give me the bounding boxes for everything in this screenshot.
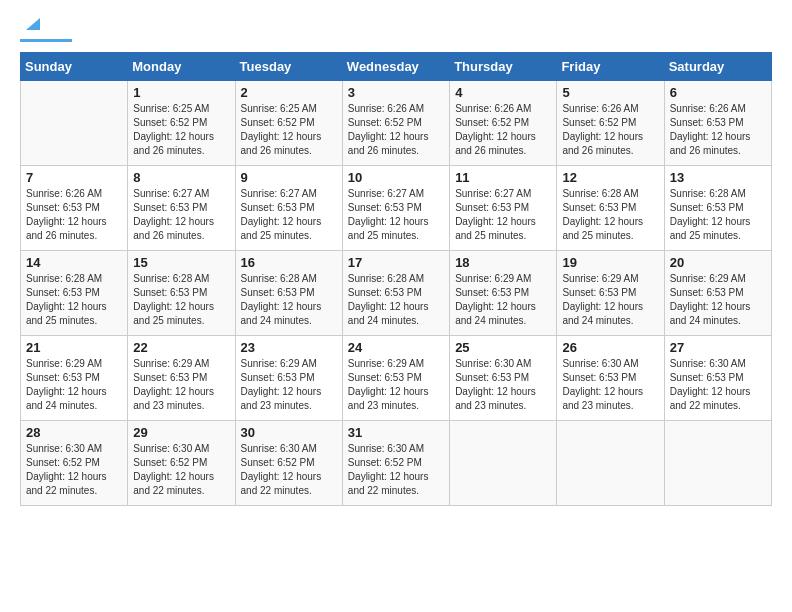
day-number: 4: [455, 85, 551, 100]
day-info: Sunrise: 6:27 AM Sunset: 6:53 PM Dayligh…: [133, 187, 229, 243]
day-info: Sunrise: 6:30 AM Sunset: 6:53 PM Dayligh…: [670, 357, 766, 413]
day-info: Sunrise: 6:30 AM Sunset: 6:52 PM Dayligh…: [133, 442, 229, 498]
day-number: 10: [348, 170, 444, 185]
day-number: 19: [562, 255, 658, 270]
logo-underline: [20, 39, 72, 42]
day-number: 30: [241, 425, 337, 440]
calendar-cell: 17Sunrise: 6:28 AM Sunset: 6:53 PM Dayli…: [342, 251, 449, 336]
svg-marker-0: [26, 18, 40, 30]
calendar-cell: 19Sunrise: 6:29 AM Sunset: 6:53 PM Dayli…: [557, 251, 664, 336]
logo: [20, 20, 72, 42]
calendar-week-3: 14Sunrise: 6:28 AM Sunset: 6:53 PM Dayli…: [21, 251, 772, 336]
calendar-cell: 4Sunrise: 6:26 AM Sunset: 6:52 PM Daylig…: [450, 81, 557, 166]
day-info: Sunrise: 6:28 AM Sunset: 6:53 PM Dayligh…: [562, 187, 658, 243]
calendar-cell: 14Sunrise: 6:28 AM Sunset: 6:53 PM Dayli…: [21, 251, 128, 336]
calendar-cell: 25Sunrise: 6:30 AM Sunset: 6:53 PM Dayli…: [450, 336, 557, 421]
calendar-cell: 9Sunrise: 6:27 AM Sunset: 6:53 PM Daylig…: [235, 166, 342, 251]
day-number: 7: [26, 170, 122, 185]
header-wednesday: Wednesday: [342, 53, 449, 81]
day-info: Sunrise: 6:26 AM Sunset: 6:53 PM Dayligh…: [670, 102, 766, 158]
day-number: 20: [670, 255, 766, 270]
day-number: 16: [241, 255, 337, 270]
header-friday: Friday: [557, 53, 664, 81]
calendar-week-4: 21Sunrise: 6:29 AM Sunset: 6:53 PM Dayli…: [21, 336, 772, 421]
calendar-week-5: 28Sunrise: 6:30 AM Sunset: 6:52 PM Dayli…: [21, 421, 772, 506]
calendar-week-1: 1Sunrise: 6:25 AM Sunset: 6:52 PM Daylig…: [21, 81, 772, 166]
day-number: 3: [348, 85, 444, 100]
day-number: 12: [562, 170, 658, 185]
day-number: 31: [348, 425, 444, 440]
calendar-cell: 7Sunrise: 6:26 AM Sunset: 6:53 PM Daylig…: [21, 166, 128, 251]
day-number: 18: [455, 255, 551, 270]
header-saturday: Saturday: [664, 53, 771, 81]
calendar-cell: 26Sunrise: 6:30 AM Sunset: 6:53 PM Dayli…: [557, 336, 664, 421]
calendar-cell: 3Sunrise: 6:26 AM Sunset: 6:52 PM Daylig…: [342, 81, 449, 166]
calendar-week-2: 7Sunrise: 6:26 AM Sunset: 6:53 PM Daylig…: [21, 166, 772, 251]
calendar-cell: 22Sunrise: 6:29 AM Sunset: 6:53 PM Dayli…: [128, 336, 235, 421]
day-number: 15: [133, 255, 229, 270]
day-info: Sunrise: 6:30 AM Sunset: 6:53 PM Dayligh…: [455, 357, 551, 413]
header-tuesday: Tuesday: [235, 53, 342, 81]
calendar-cell: 1Sunrise: 6:25 AM Sunset: 6:52 PM Daylig…: [128, 81, 235, 166]
logo-icon: [22, 12, 44, 34]
day-info: Sunrise: 6:29 AM Sunset: 6:53 PM Dayligh…: [670, 272, 766, 328]
calendar-cell: 27Sunrise: 6:30 AM Sunset: 6:53 PM Dayli…: [664, 336, 771, 421]
calendar-cell: 12Sunrise: 6:28 AM Sunset: 6:53 PM Dayli…: [557, 166, 664, 251]
day-number: 14: [26, 255, 122, 270]
day-info: Sunrise: 6:28 AM Sunset: 6:53 PM Dayligh…: [133, 272, 229, 328]
day-info: Sunrise: 6:28 AM Sunset: 6:53 PM Dayligh…: [241, 272, 337, 328]
day-info: Sunrise: 6:28 AM Sunset: 6:53 PM Dayligh…: [26, 272, 122, 328]
day-number: 23: [241, 340, 337, 355]
calendar-cell: 16Sunrise: 6:28 AM Sunset: 6:53 PM Dayli…: [235, 251, 342, 336]
header-sunday: Sunday: [21, 53, 128, 81]
day-info: Sunrise: 6:26 AM Sunset: 6:52 PM Dayligh…: [455, 102, 551, 158]
calendar-cell: 31Sunrise: 6:30 AM Sunset: 6:52 PM Dayli…: [342, 421, 449, 506]
day-number: 11: [455, 170, 551, 185]
day-number: 8: [133, 170, 229, 185]
day-info: Sunrise: 6:28 AM Sunset: 6:53 PM Dayligh…: [348, 272, 444, 328]
calendar-cell: 10Sunrise: 6:27 AM Sunset: 6:53 PM Dayli…: [342, 166, 449, 251]
day-number: 21: [26, 340, 122, 355]
calendar-cell: 30Sunrise: 6:30 AM Sunset: 6:52 PM Dayli…: [235, 421, 342, 506]
day-info: Sunrise: 6:30 AM Sunset: 6:52 PM Dayligh…: [241, 442, 337, 498]
calendar-cell: [557, 421, 664, 506]
calendar-cell: 28Sunrise: 6:30 AM Sunset: 6:52 PM Dayli…: [21, 421, 128, 506]
calendar-cell: 20Sunrise: 6:29 AM Sunset: 6:53 PM Dayli…: [664, 251, 771, 336]
day-number: 28: [26, 425, 122, 440]
day-number: 9: [241, 170, 337, 185]
day-info: Sunrise: 6:29 AM Sunset: 6:53 PM Dayligh…: [562, 272, 658, 328]
day-number: 6: [670, 85, 766, 100]
calendar-cell: 13Sunrise: 6:28 AM Sunset: 6:53 PM Dayli…: [664, 166, 771, 251]
day-info: Sunrise: 6:29 AM Sunset: 6:53 PM Dayligh…: [133, 357, 229, 413]
day-info: Sunrise: 6:29 AM Sunset: 6:53 PM Dayligh…: [348, 357, 444, 413]
day-info: Sunrise: 6:25 AM Sunset: 6:52 PM Dayligh…: [133, 102, 229, 158]
day-number: 24: [348, 340, 444, 355]
day-number: 13: [670, 170, 766, 185]
day-info: Sunrise: 6:29 AM Sunset: 6:53 PM Dayligh…: [241, 357, 337, 413]
day-number: 27: [670, 340, 766, 355]
day-info: Sunrise: 6:26 AM Sunset: 6:53 PM Dayligh…: [26, 187, 122, 243]
day-info: Sunrise: 6:25 AM Sunset: 6:52 PM Dayligh…: [241, 102, 337, 158]
calendar-cell: 11Sunrise: 6:27 AM Sunset: 6:53 PM Dayli…: [450, 166, 557, 251]
day-number: 22: [133, 340, 229, 355]
calendar-cell: 21Sunrise: 6:29 AM Sunset: 6:53 PM Dayli…: [21, 336, 128, 421]
calendar-header-row: SundayMondayTuesdayWednesdayThursdayFrid…: [21, 53, 772, 81]
day-number: 5: [562, 85, 658, 100]
calendar-cell: [21, 81, 128, 166]
day-info: Sunrise: 6:29 AM Sunset: 6:53 PM Dayligh…: [455, 272, 551, 328]
day-number: 26: [562, 340, 658, 355]
calendar-cell: 29Sunrise: 6:30 AM Sunset: 6:52 PM Dayli…: [128, 421, 235, 506]
header: [20, 20, 772, 42]
day-info: Sunrise: 6:26 AM Sunset: 6:52 PM Dayligh…: [562, 102, 658, 158]
day-info: Sunrise: 6:27 AM Sunset: 6:53 PM Dayligh…: [455, 187, 551, 243]
calendar-cell: 8Sunrise: 6:27 AM Sunset: 6:53 PM Daylig…: [128, 166, 235, 251]
day-info: Sunrise: 6:30 AM Sunset: 6:52 PM Dayligh…: [26, 442, 122, 498]
calendar-cell: 2Sunrise: 6:25 AM Sunset: 6:52 PM Daylig…: [235, 81, 342, 166]
header-thursday: Thursday: [450, 53, 557, 81]
day-number: 2: [241, 85, 337, 100]
day-info: Sunrise: 6:27 AM Sunset: 6:53 PM Dayligh…: [241, 187, 337, 243]
day-info: Sunrise: 6:30 AM Sunset: 6:53 PM Dayligh…: [562, 357, 658, 413]
calendar-cell: 5Sunrise: 6:26 AM Sunset: 6:52 PM Daylig…: [557, 81, 664, 166]
calendar-cell: 18Sunrise: 6:29 AM Sunset: 6:53 PM Dayli…: [450, 251, 557, 336]
calendar-cell: 24Sunrise: 6:29 AM Sunset: 6:53 PM Dayli…: [342, 336, 449, 421]
